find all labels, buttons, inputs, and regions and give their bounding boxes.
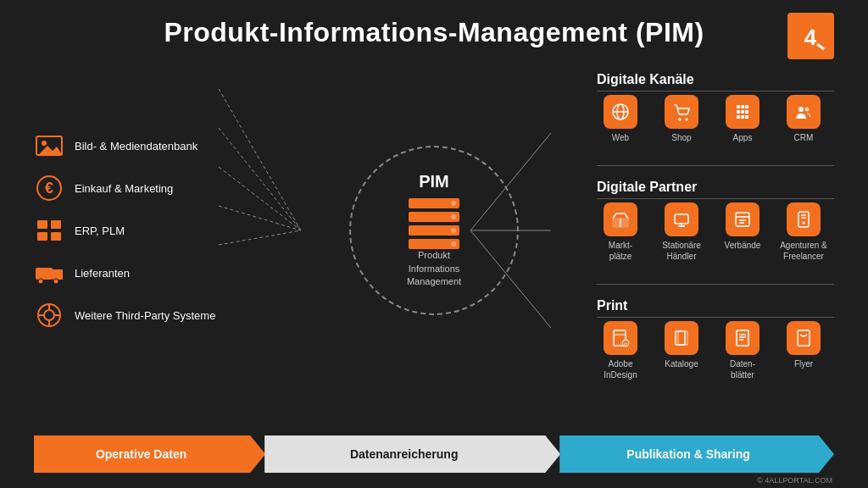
copyright: © 4ALLPORTAL.COM: [757, 476, 832, 485]
svg-rect-36: [745, 105, 748, 108]
publikation-segment: Publikation & Sharing: [559, 435, 834, 473]
right-panel: Digitale Kanäle Web Shop: [597, 72, 834, 389]
kataloge-label: Kataloge: [665, 358, 698, 369]
datenanreicherung-segment: Datenanreicherung: [264, 435, 560, 473]
section-print: Print Id AdobeInDesign Kataloge: [597, 298, 834, 385]
server-rack-icon: [409, 198, 459, 249]
svg-rect-17: [37, 232, 47, 241]
svg-line-6: [219, 230, 301, 245]
svg-point-24: [44, 310, 54, 320]
item-kataloge: Kataloge: [658, 321, 705, 369]
svg-point-43: [798, 107, 804, 112]
lieferanten-label: Lieferanten: [75, 267, 130, 280]
svg-rect-47: [675, 214, 688, 224]
center-panel: PIM ProduktInformationsManagement: [349, 146, 519, 315]
svg-marker-12: [39, 146, 62, 154]
svg-rect-40: [737, 115, 740, 119]
web-icon: [604, 95, 637, 129]
item-shop: Shop: [658, 95, 705, 143]
item-indesign: Id AdobeInDesign: [597, 321, 644, 380]
page-title: Produkt-Informations-Management (PIM): [34, 17, 834, 48]
svg-point-21: [38, 279, 43, 284]
indesign-label: AdobeInDesign: [604, 358, 637, 380]
svg-rect-39: [745, 110, 748, 114]
svg-line-3: [219, 128, 301, 230]
publikation-label: Publikation & Sharing: [626, 447, 749, 461]
haendler-icon: [665, 202, 698, 236]
svg-rect-62: [676, 331, 685, 345]
indesign-icon: Id: [604, 321, 637, 355]
logo-icon: 4: [792, 17, 830, 55]
crm-icon: [787, 95, 821, 129]
svg-rect-50: [736, 213, 749, 226]
crm-label: CRM: [794, 132, 814, 143]
header: Produkt-Informations-Management (PIM) 4: [34, 17, 834, 48]
marktplaetze-icon: [604, 202, 637, 236]
svg-line-5: [219, 206, 301, 230]
svg-rect-64: [737, 330, 748, 346]
slide: Produkt-Informations-Management (PIM) 4: [0, 0, 868, 488]
item-marktplaetze: Markt-plätze: [597, 202, 644, 262]
datenblaetter-icon: [726, 321, 760, 355]
svg-rect-54: [798, 212, 809, 227]
svg-rect-37: [737, 110, 740, 114]
left-item-erp: ERP, PLM: [34, 215, 220, 246]
sep-1: [597, 165, 834, 166]
shop-label: Shop: [671, 132, 691, 143]
web-label: Web: [612, 132, 629, 143]
sep-2: [597, 284, 834, 285]
item-web: Web: [597, 95, 644, 143]
verbaende-icon: [726, 202, 760, 236]
pim-subtitle: ProduktInformationsManagement: [407, 249, 461, 288]
svg-line-4: [219, 167, 301, 230]
item-agenturen: Agenturen &Freelancer: [780, 202, 827, 262]
svg-text:4: 4: [804, 25, 817, 50]
svg-rect-68: [798, 330, 810, 346]
main-content: Bild- & Mediendatenbank € Einkauf & Mark…: [34, 65, 834, 396]
apps-icon: [726, 95, 760, 129]
svg-line-2: [219, 89, 301, 230]
svg-rect-15: [37, 220, 47, 229]
flyer-label: Flyer: [794, 358, 813, 369]
svg-point-22: [53, 279, 58, 284]
section-digitale-kanaele: Digitale Kanäle Web Shop: [597, 72, 834, 148]
svg-point-32: [679, 119, 682, 121]
agenturen-icon: [787, 202, 821, 236]
svg-point-44: [805, 108, 810, 112]
svg-rect-34: [737, 105, 740, 108]
svg-rect-35: [741, 105, 744, 108]
media-label: Bild- & Mediendatenbank: [75, 140, 198, 152]
marketing-label: Einkauf & Marketing: [75, 182, 173, 195]
svg-rect-16: [51, 220, 61, 229]
svg-rect-18: [51, 232, 61, 241]
marktplaetze-label: Markt-plätze: [609, 240, 632, 262]
print-items: Id AdobeInDesign Kataloge: [597, 321, 834, 380]
kataloge-icon: [665, 321, 698, 355]
svg-rect-63: [678, 331, 687, 345]
thirdparty-icon: [34, 300, 64, 330]
pim-title: PIM: [419, 172, 449, 191]
left-item-marketing: € Einkauf & Marketing: [34, 173, 220, 203]
agenturen-label: Agenturen &Freelancer: [780, 240, 827, 262]
digitale-kanaele-items: Web Shop Apps: [597, 95, 834, 143]
item-crm: CRM: [780, 95, 827, 143]
erp-label: ERP, PLM: [75, 225, 125, 237]
digitale-partner-title: Digitale Partner: [597, 180, 834, 199]
svg-point-33: [686, 119, 688, 121]
left-panel: Bild- & Mediendatenbank € Einkauf & Mark…: [34, 130, 220, 330]
svg-rect-42: [745, 115, 748, 119]
svg-point-11: [42, 141, 47, 146]
datenanreicherung-label: Datenanreicherung: [350, 447, 459, 461]
operative-daten-label: Operative Daten: [96, 447, 186, 461]
svg-text:Id: Id: [624, 341, 627, 347]
logo: 4: [787, 13, 834, 59]
apps-label: Apps: [733, 132, 753, 143]
verbaende-label: Verbände: [725, 240, 761, 251]
section-digitale-partner: Digitale Partner Markt-plätze Stationäre…: [597, 180, 834, 267]
item-flyer: Flyer: [780, 321, 827, 369]
item-datenblaetter: Daten-blätter: [719, 321, 766, 380]
bottom-bar: Operative Daten Datenanreicherung Publik…: [34, 435, 834, 473]
left-item-media: Bild- & Mediendatenbank: [34, 130, 220, 161]
svg-marker-20: [53, 269, 63, 280]
haendler-label: StationäreHändler: [662, 240, 701, 262]
